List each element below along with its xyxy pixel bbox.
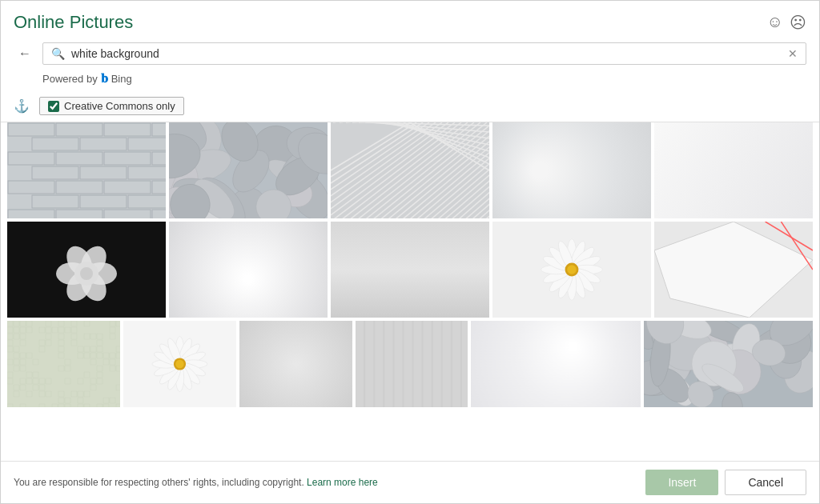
footer-disclaimer: You are responsible for respecting other… — [14, 477, 378, 488]
image-cell[interactable] — [169, 222, 328, 318]
bing-label: Bing — [111, 73, 132, 85]
image-abstract — [492, 122, 651, 218]
filter-icon[interactable]: ⚓ — [14, 98, 30, 114]
image-white-brick — [7, 122, 166, 218]
image-fog — [169, 222, 328, 318]
cancel-button[interactable]: Cancel — [725, 470, 806, 495]
image-pebbles — [169, 122, 328, 218]
insert-button[interactable]: Insert — [645, 470, 718, 495]
image-cell[interactable] — [644, 321, 813, 407]
image-row-2 — [7, 222, 813, 318]
image-plain — [331, 222, 489, 318]
bing-logo-b: 𝐛 — [101, 71, 108, 86]
creative-commons-checkbox[interactable] — [48, 101, 59, 112]
image-cell[interactable] — [331, 222, 489, 318]
image-cell[interactable] — [7, 321, 120, 407]
image-cell[interactable] — [7, 222, 166, 318]
clear-search-button[interactable]: ✕ — [788, 47, 798, 60]
creative-commons-label: Creative Commons only — [64, 100, 175, 112]
image-cell[interactable] — [356, 321, 468, 407]
happy-icon[interactable]: ☺ — [767, 13, 783, 32]
image-blur2 — [239, 321, 352, 407]
image-cell[interactable] — [654, 222, 813, 318]
image-cell[interactable] — [331, 122, 489, 218]
image-lines — [331, 122, 489, 218]
search-icon: 🔍 — [51, 47, 65, 60]
image-daisy — [492, 222, 651, 318]
footer: You are responsible for respecting other… — [1, 461, 819, 503]
image-cell[interactable] — [471, 321, 640, 407]
image-cell[interactable] — [239, 321, 352, 407]
search-bar: ← 🔍 ✕ — [1, 39, 819, 68]
image-cell[interactable] — [169, 122, 328, 218]
powered-by-row: Powered by 𝐛 Bing — [1, 68, 819, 92]
image-white-light — [471, 321, 640, 407]
image-crystal — [654, 222, 813, 318]
creative-commons-filter[interactable]: Creative Commons only — [39, 97, 184, 115]
image-cell[interactable] — [492, 122, 651, 218]
image-cell[interactable] — [492, 222, 651, 318]
dialog-header: Online Pictures ☺ ☹ — [1, 1, 819, 39]
image-cell[interactable] — [123, 321, 236, 407]
image-grid — [1, 122, 819, 461]
search-container: 🔍 ✕ — [42, 42, 806, 65]
image-pebbles2 — [644, 321, 813, 407]
footer-buttons: Insert Cancel — [645, 470, 806, 495]
image-rose-dark — [7, 222, 166, 318]
image-row-3 — [7, 321, 813, 407]
filter-row: ⚓ Creative Commons only — [1, 92, 819, 122]
image-cell[interactable] — [654, 122, 813, 218]
image-cell[interactable] — [7, 122, 166, 218]
image-row-1 — [7, 122, 813, 218]
search-input[interactable] — [71, 47, 782, 60]
header-icons: ☺ ☹ — [767, 13, 806, 32]
sad-icon[interactable]: ☹ — [790, 13, 806, 32]
image-white-blur — [654, 122, 813, 218]
image-daisy2 — [123, 321, 236, 407]
dialog-title: Online Pictures — [14, 12, 133, 33]
image-green-texture — [7, 321, 120, 407]
powered-by-text: Powered by — [42, 73, 98, 85]
back-button[interactable]: ← — [14, 42, 36, 65]
image-wood — [356, 321, 468, 407]
learn-more-link[interactable]: Learn more here — [307, 477, 378, 488]
